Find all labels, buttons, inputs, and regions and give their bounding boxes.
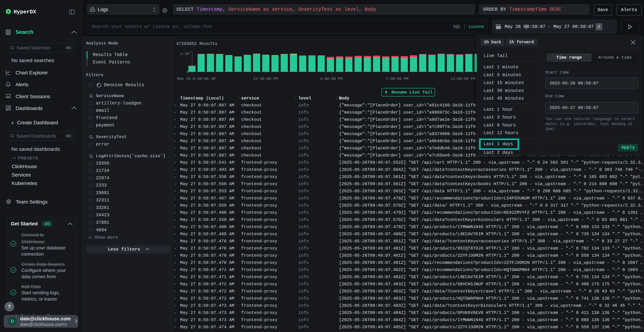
svg-text:12:30:00 PM: 12:30:00 PM [253, 77, 278, 81]
svg-text:4:00:00 PM: 4:00:00 PM [320, 77, 342, 81]
svg-text:May 26 8:30:00 AM: May 26 8:30:00 AM [177, 77, 216, 81]
svg-text:11:00:00 PM: 11:00:00 PM [450, 77, 476, 81]
svg-text:7:30:00 PM: 7:30:00 PM [386, 77, 408, 81]
svg-text:1.2M: 1.2M [180, 52, 189, 56]
